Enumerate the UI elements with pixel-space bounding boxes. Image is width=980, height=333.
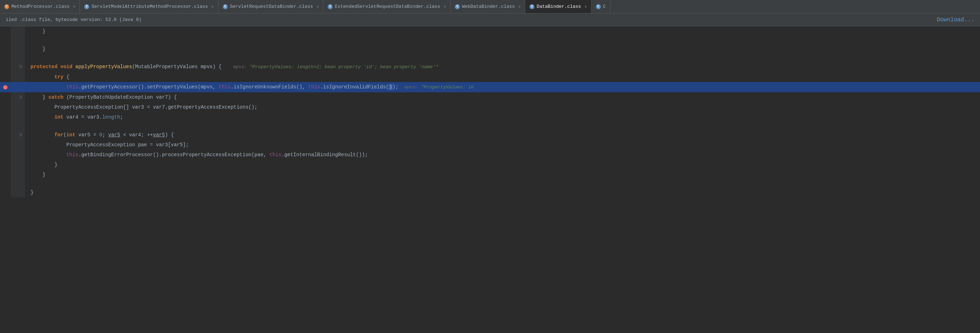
code-3: } xyxy=(25,44,980,54)
tab-close-ServletRequestDataBinder[interactable]: ✕ xyxy=(317,4,319,9)
gutter-4 xyxy=(0,54,11,62)
code-binding: this.getBindingErrorProcessor().processP… xyxy=(25,150,980,160)
code-row-var4: int var4 = var3.length; xyxy=(0,112,980,122)
tab-icon-ExtendedServletRequestDataBinder: C xyxy=(328,4,332,9)
breakpoint-icon xyxy=(3,85,8,89)
tab-label-MethodProcessor: MethodProcessor.class xyxy=(11,4,70,9)
tab-label-ServletModelAttribute: ServletModelAttributeMethodProcessor.cla… xyxy=(91,4,208,9)
code-var4: int var4 = var3.length; xyxy=(25,112,980,122)
linenum-var3 xyxy=(11,102,25,112)
linenum-pae xyxy=(11,140,25,150)
tab-label-ExtendedServletRequestDataBinder: ExtendedServletRequestDataBinder.class xyxy=(335,4,440,9)
linenum-empty3 xyxy=(11,180,25,187)
tab-icon-ServletModelAttribute: C xyxy=(84,4,89,9)
tab-MethodProcessor[interactable]: C MethodProcessor.class ✕ xyxy=(0,0,80,13)
tab-ServletRequestDataBinder[interactable]: C ServletRequestDataBinder.class ✕ xyxy=(218,0,324,13)
tab-close-ServletModelAttribute[interactable]: ✕ xyxy=(212,4,214,9)
tab-label-more: C xyxy=(603,4,606,9)
gutter-catch-close xyxy=(0,170,11,180)
tab-ExtendedServletRequestDataBinder[interactable]: C ExtendedServletRequestDataBinder.class… xyxy=(323,0,450,13)
tab-icon-more: C xyxy=(596,4,601,9)
linenum-4 xyxy=(11,54,25,62)
code-try: try { xyxy=(25,72,980,82)
tab-more[interactable]: C C xyxy=(592,0,611,13)
linenum-for: 9 xyxy=(11,130,25,140)
code-method-sig: protected void applyPropertyValues(Mutab… xyxy=(25,62,980,72)
tab-close-MethodProcessor[interactable]: ✕ xyxy=(73,4,76,9)
linenum-3 xyxy=(11,44,25,54)
tab-icon-DataBinder: C xyxy=(530,4,535,9)
gutter-highlighted xyxy=(0,82,11,92)
tab-close-DataBinder[interactable]: ✕ xyxy=(584,4,587,9)
gutter-binding xyxy=(0,150,11,160)
code-row-binding: this.getBindingErrorProcessor().processP… xyxy=(0,150,980,160)
linenum-final-close xyxy=(11,187,25,197)
code-pae: PropertyAccessException pae = var3[var5]… xyxy=(25,140,980,150)
code-row-try: try { xyxy=(0,72,980,82)
linenum-binding xyxy=(11,150,25,160)
tab-icon-ServletRequestDataBinder: C xyxy=(223,4,228,9)
code-var3: PropertyAccessException[] var3 = var7.ge… xyxy=(25,102,980,112)
tab-label-DataBinder: DataBinder.class xyxy=(536,4,581,9)
code-row-empty3 xyxy=(0,180,980,187)
code-highlighted: this.getPropertyAccessor().setPropertyVa… xyxy=(25,82,980,92)
tab-close-ExtendedServletRequestDataBinder[interactable]: ✕ xyxy=(444,4,446,9)
code-row-method-sig: 9 protected void applyPropertyValues(Mut… xyxy=(0,62,980,72)
tab-close-WebDataBinder[interactable]: ✕ xyxy=(519,4,521,9)
gutter-catch xyxy=(0,92,11,102)
code-row-for: 9 for(int var5 = 0; var5 < var4; ++var5)… xyxy=(0,130,980,140)
gutter-pae xyxy=(0,140,11,150)
gutter-var3 xyxy=(0,102,11,112)
download-link[interactable]: Download... xyxy=(937,17,974,23)
gutter-for xyxy=(0,130,11,140)
code-for: for(int var5 = 0; var5 < var4; ++var5) { xyxy=(25,130,980,140)
info-bar: iled .class file, bytecode version: 52.0… xyxy=(0,13,980,26)
code-area[interactable]: } } 9 protected void applyPropertyValues… xyxy=(0,26,980,333)
tab-ServletModelAttributeMethodProcessor[interactable]: C ServletModelAttributeMethodProcessor.c… xyxy=(80,0,218,13)
linenum-1 xyxy=(11,26,25,36)
gutter-3 xyxy=(0,44,11,54)
code-row-pae: PropertyAccessException pae = var3[var5]… xyxy=(0,140,980,150)
code-2 xyxy=(25,36,980,44)
code-1: } xyxy=(25,26,980,36)
gutter-empty2 xyxy=(0,122,11,130)
code-final-close: } xyxy=(25,187,980,197)
tab-label-WebDataBinder: WebDataBinder.class xyxy=(462,4,514,9)
tab-bar: C MethodProcessor.class ✕ C ServletModel… xyxy=(0,0,980,13)
linenum-method-sig: 9 xyxy=(11,62,25,72)
code-row-empty2 xyxy=(0,122,980,130)
code-row-catch: 9 } catch (PropertyBatchUpdateException … xyxy=(0,92,980,102)
gutter-inner-close xyxy=(0,160,11,170)
code-row-4 xyxy=(0,54,980,62)
tab-DataBinder[interactable]: C DataBinder.class ✕ xyxy=(525,0,591,13)
gutter-var4 xyxy=(0,112,11,122)
code-row-catch-close: } xyxy=(0,170,980,180)
gutter-method-sig xyxy=(0,62,11,72)
code-row-final-close: } xyxy=(0,187,980,197)
gutter-empty3 xyxy=(0,180,11,187)
code-row-3: } xyxy=(0,44,980,54)
code-row-var3: PropertyAccessException[] var3 = var7.ge… xyxy=(0,102,980,112)
code-row-2 xyxy=(0,36,980,44)
linenum-empty2 xyxy=(11,122,25,130)
code-row-highlighted: this.getPropertyAccessor().setPropertyVa… xyxy=(0,82,980,92)
bytecode-info: iled .class file, bytecode version: 52.0… xyxy=(6,17,142,22)
linenum-try xyxy=(11,72,25,82)
linenum-2 xyxy=(11,36,25,44)
linenum-catch-close xyxy=(11,170,25,180)
gutter-1 xyxy=(0,26,11,36)
code-empty2 xyxy=(25,122,980,130)
tab-icon-WebDataBinder: C xyxy=(455,4,460,9)
code-catch-close: } xyxy=(25,170,980,180)
tab-icon-MethodProcessor: C xyxy=(4,4,9,9)
linenum-inner-close xyxy=(11,160,25,170)
linenum-var4 xyxy=(11,112,25,122)
code-catch: } catch (PropertyBatchUpdateException va… xyxy=(25,92,980,102)
tab-label-ServletRequestDataBinder: ServletRequestDataBinder.class xyxy=(230,4,313,9)
tab-WebDataBinder[interactable]: C WebDataBinder.class ✕ xyxy=(450,0,525,13)
code-empty3 xyxy=(25,180,980,187)
linenum-catch: 9 xyxy=(11,92,25,102)
code-4 xyxy=(25,54,980,62)
code-inner-close: } xyxy=(25,160,980,170)
linenum-highlighted xyxy=(11,82,25,92)
